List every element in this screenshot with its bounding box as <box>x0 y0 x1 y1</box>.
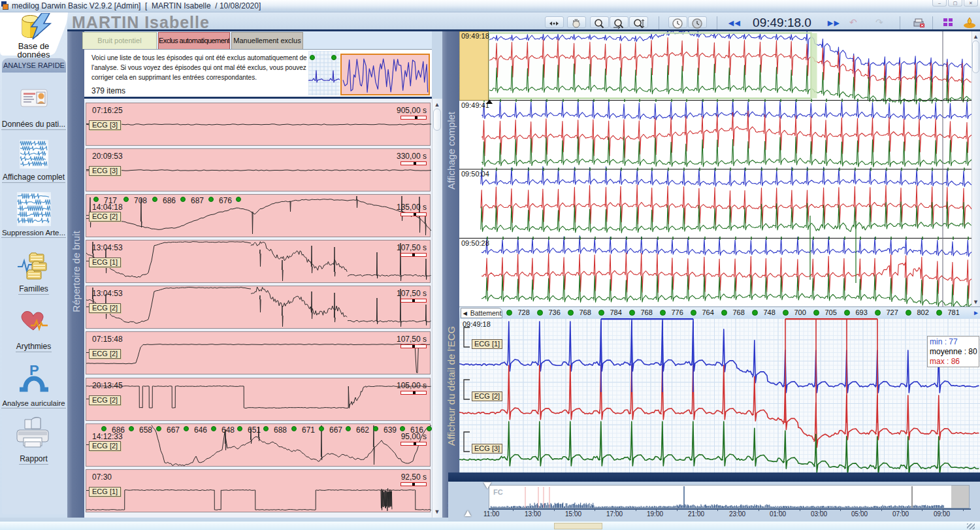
svg-text:P: P <box>29 363 39 378</box>
svg-text:FC: FC <box>493 488 503 496</box>
